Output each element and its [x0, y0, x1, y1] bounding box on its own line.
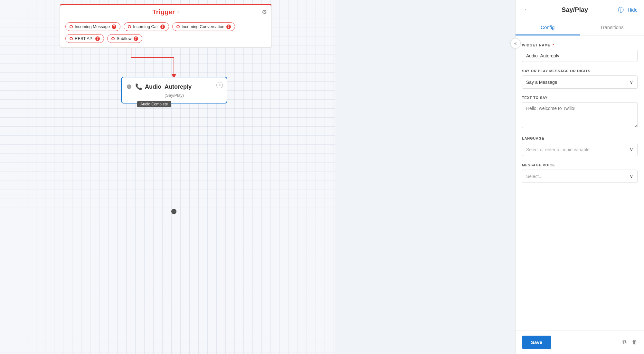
- text-to-say-field: TEXT TO SAY: [522, 96, 638, 129]
- chevron-down-icon: ∨: [630, 79, 633, 85]
- tab-label: Incoming Conversation: [182, 24, 224, 29]
- panel-body: WIDGET NAME * SAY OR PLAY MESSAGE OR DIG…: [516, 35, 644, 330]
- panel-header: ← Say/Play ⓘ Hide: [516, 0, 644, 20]
- tab-label: Subflow: [117, 36, 131, 41]
- delete-icon[interactable]: 🗑: [632, 339, 638, 346]
- trigger-tab-incoming-message[interactable]: Incoming Message ?: [65, 22, 120, 31]
- audio-node: 📞 Audio_Autoreply × (Say/Play) Audio Com…: [121, 77, 227, 103]
- panel-tabs: Config Transitions: [516, 20, 644, 35]
- tab-dot: [70, 37, 73, 40]
- footer-icons: ⧉ 🗑: [622, 339, 638, 346]
- trigger-tab-rest-api[interactable]: REST API ?: [65, 34, 104, 43]
- trigger-help-icon[interactable]: ?: [177, 10, 179, 15]
- tab-label: Incoming Call: [133, 24, 158, 29]
- phone-icon: 📞: [135, 83, 142, 90]
- language-field: LANGUAGE Select or enter a Liquid variab…: [522, 136, 638, 156]
- tab-help-icon[interactable]: ?: [95, 36, 100, 41]
- say-play-label: SAY OR PLAY MESSAGE OR DIGITS: [522, 69, 638, 73]
- say-play-select[interactable]: Say a Message ∨: [522, 75, 638, 89]
- audio-node-output-dot: [171, 209, 176, 214]
- tab-transitions[interactable]: Transitions: [580, 20, 644, 35]
- panel-title: Say/Play: [535, 6, 614, 14]
- trigger-tab-incoming-call[interactable]: Incoming Call ?: [124, 22, 169, 31]
- tab-dot: [128, 25, 131, 28]
- panel-back-button[interactable]: ←: [522, 6, 532, 14]
- message-voice-select[interactable]: Select... ∨: [522, 170, 638, 183]
- trigger-tab-subflow[interactable]: Subflow ?: [107, 34, 142, 43]
- trigger-gear-icon[interactable]: ⚙: [262, 8, 267, 15]
- panel-footer: Save ⧉ 🗑: [516, 330, 644, 354]
- say-play-field: SAY OR PLAY MESSAGE OR DIGITS Say a Mess…: [522, 69, 638, 89]
- message-voice-label: MESSAGE VOICE: [522, 163, 638, 167]
- audio-node-title: Audio_Autoreply: [145, 84, 192, 90]
- tab-dot: [176, 25, 180, 28]
- tab-help-icon[interactable]: ?: [226, 25, 231, 29]
- right-panel: « ← Say/Play ⓘ Hide Config Transitions W…: [515, 0, 644, 354]
- trigger-tab-incoming-conversation[interactable]: Incoming Conversation ?: [172, 22, 235, 31]
- trigger-title: Trigger: [152, 8, 175, 16]
- widget-name-label: WIDGET NAME *: [522, 43, 638, 47]
- audio-node-indicator: [127, 84, 131, 89]
- trigger-header: Trigger ? ⚙: [60, 5, 271, 19]
- tab-label: Incoming Message: [75, 24, 110, 29]
- tab-dot: [111, 37, 115, 40]
- trigger-tabs: Incoming Message ? Incoming Call ? Incom…: [60, 19, 271, 47]
- tab-config[interactable]: Config: [516, 20, 580, 35]
- tab-help-icon[interactable]: ?: [112, 25, 116, 29]
- tab-help-icon[interactable]: ?: [160, 25, 165, 29]
- language-label: LANGUAGE: [522, 136, 638, 140]
- panel-info-icon[interactable]: ⓘ: [618, 6, 624, 14]
- canvas: Trigger ? ⚙ Incoming Message ? Incoming …: [0, 0, 335, 354]
- copy-icon[interactable]: ⧉: [622, 339, 627, 346]
- audio-complete-badge: Audio Complete: [137, 101, 171, 107]
- audio-node-close-button[interactable]: ×: [216, 82, 223, 88]
- language-select[interactable]: Select or enter a Liquid variable ∨: [522, 143, 638, 156]
- tab-help-icon[interactable]: ?: [134, 36, 138, 41]
- required-indicator: *: [553, 43, 554, 47]
- panel-collapse-button[interactable]: «: [510, 38, 521, 48]
- audio-node-header: 📞 Audio_Autoreply ×: [122, 77, 227, 93]
- chevron-down-icon: ∨: [630, 173, 633, 179]
- widget-name-input[interactable]: [522, 50, 638, 62]
- save-button[interactable]: Save: [522, 336, 551, 349]
- tab-label: REST API: [75, 36, 93, 41]
- text-to-say-input[interactable]: [522, 102, 638, 128]
- tab-dot: [70, 25, 73, 28]
- trigger-node: Trigger ? ⚙ Incoming Message ? Incoming …: [60, 4, 272, 48]
- text-to-say-label: TEXT TO SAY: [522, 96, 638, 100]
- widget-name-field: WIDGET NAME *: [522, 43, 638, 62]
- panel-hide-button[interactable]: Hide: [628, 7, 638, 13]
- chevron-down-icon: ∨: [630, 146, 633, 152]
- message-voice-field: MESSAGE VOICE Select... ∨: [522, 163, 638, 183]
